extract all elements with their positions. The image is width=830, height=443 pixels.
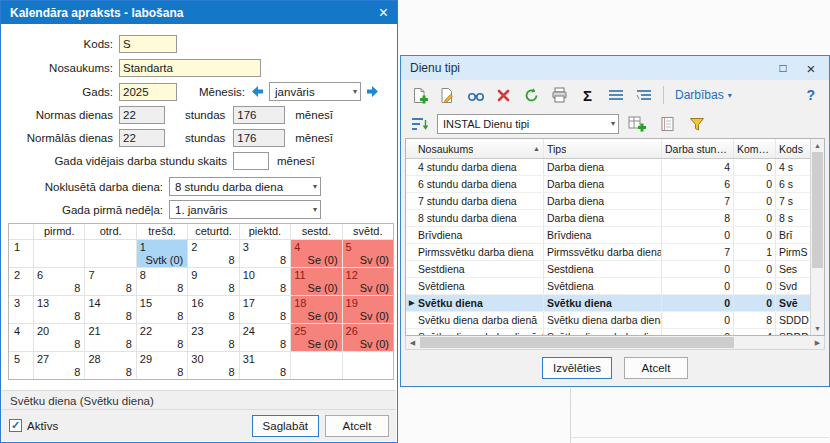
table-cell[interactable]: 0 [662, 261, 734, 277]
normas-dienas-input[interactable] [119, 106, 165, 124]
calendar-day-cell[interactable]: 1Svtk (0) [136, 239, 187, 267]
table-cell[interactable]: 0 [734, 295, 776, 311]
calendar-day-cell[interactable]: 11Se (0) [290, 267, 341, 295]
table-cell[interactable]: Sestdiena [544, 261, 662, 277]
table-cell[interactable]: 0 [734, 210, 776, 226]
table-cell[interactable]: Brīvdiena [406, 227, 544, 243]
table-cell[interactable]: Svd [776, 278, 810, 294]
next-month-icon[interactable] [366, 85, 380, 98]
table-cell[interactable]: 0 [734, 261, 776, 277]
menesis-select[interactable]: janvāris ▾ [269, 82, 361, 101]
scroll-down-icon[interactable]: ▼ [811, 322, 824, 335]
calendar-day-cell[interactable]: 168 [187, 295, 238, 323]
column-header[interactable]: Nosaukums▲ [406, 139, 544, 158]
calendar-day-cell[interactable]: 298 [136, 351, 187, 379]
table-cell[interactable]: 4 stundu darba diena [406, 159, 544, 175]
table-cell[interactable]: Pirmssvētku darba diena [406, 244, 544, 260]
print-icon[interactable] [547, 84, 572, 107]
table-cell[interactable]: 0 [662, 295, 734, 311]
calendar-day-cell[interactable]: 78 [84, 267, 135, 295]
table-cell[interactable]: 0 [734, 176, 776, 192]
table-cell[interactable]: Brīvdiena [544, 227, 662, 243]
scroll-up-icon[interactable]: ▲ [811, 139, 824, 152]
table-row[interactable]: SvētdienaSvētdiena00Svd [406, 278, 810, 295]
calendar-day-cell[interactable] [290, 351, 341, 379]
table-cell[interactable]: Svētku diena darba dienā [544, 329, 662, 336]
table-row[interactable]: BrīvdienaBrīvdiena00Brī [406, 227, 810, 244]
calendar-day-cell[interactable]: 238 [187, 323, 238, 351]
calendar-day-cell[interactable]: 138 [33, 295, 84, 323]
calendar-day-cell[interactable]: 318 [239, 351, 290, 379]
pirma-nedela-select[interactable]: 1. janvāris ▾ [169, 200, 321, 219]
table-cell[interactable]: 8 [662, 210, 734, 226]
table-cell[interactable]: 0 [662, 329, 734, 336]
kods-input[interactable] [119, 35, 177, 53]
calendar-day-cell[interactable]: 148 [84, 295, 135, 323]
help-button[interactable]: ? [798, 87, 823, 103]
table-cell[interactable]: ▶Svētku diena [406, 295, 544, 311]
table-cell[interactable]: SDDD [776, 312, 810, 328]
table-cell[interactable]: 4 [734, 329, 776, 336]
table-cell[interactable]: 0 [734, 193, 776, 209]
scroll-left-icon[interactable]: ◀ [406, 336, 419, 349]
table-row[interactable]: 6 stundu darba dienaDarba diena606 s [406, 176, 810, 193]
calendar-day-cell[interactable]: 88 [136, 267, 187, 295]
normas-stundas-input[interactable] [233, 106, 285, 124]
tree-view-icon[interactable] [631, 84, 656, 107]
table-cell[interactable]: Svētku diena darba dienā [406, 312, 544, 328]
right-title-bar[interactable]: Dienu tipi □ × [401, 56, 829, 80]
table-cell[interactable]: 7 [662, 193, 734, 209]
close-icon[interactable]: × [379, 5, 388, 21]
calendar-day-cell[interactable]: 158 [136, 295, 187, 323]
list-view-icon[interactable] [603, 84, 628, 107]
calendar-day-cell[interactable]: 26Sv (0) [342, 323, 393, 351]
table-cell[interactable]: 8 stundu darba diena [406, 210, 544, 226]
save-button[interactable]: Saglabāt [252, 415, 319, 437]
calendar-day-cell[interactable]: 68 [33, 267, 84, 295]
table-row[interactable]: Svētku diena darba dienāSvētku diena dar… [406, 312, 810, 329]
table-cell[interactable]: Svētku diena darba dienā 4 [406, 329, 544, 336]
table-cell[interactable]: Pirmssvētku darba diena [544, 244, 662, 260]
calendar-day-cell[interactable]: 208 [33, 323, 84, 351]
column-header[interactable]: Darba stundas [662, 139, 734, 158]
calendar-day-cell[interactable] [33, 239, 84, 267]
calendar-day-cell[interactable]: 108 [239, 267, 290, 295]
table-row[interactable]: 8 stundu darba dienaDarba diena808 s [406, 210, 810, 227]
calendar-day-cell[interactable]: 248 [239, 323, 290, 351]
table-row[interactable]: Svētku diena darba dienā 4Svētku diena d… [406, 329, 810, 336]
calendar-day-cell[interactable] [84, 239, 135, 267]
table-cell[interactable]: 7 [662, 244, 734, 260]
table-cell[interactable]: 7 s [776, 193, 810, 209]
table-cell[interactable]: Svētdiena [406, 278, 544, 294]
cancel-button[interactable]: Atcelt [325, 415, 389, 437]
table-cell[interactable]: Svē [776, 295, 810, 311]
table-row[interactable]: ▶Svētku dienaSvētku diena00Svē [406, 295, 810, 312]
scroll-right-icon[interactable]: ▶ [811, 336, 824, 349]
column-header[interactable]: Kods [776, 139, 810, 158]
table-cell[interactable]: 7 stundu darba diena [406, 193, 544, 209]
nokluseta-select[interactable]: 8 stundu darba diena ▾ [169, 177, 321, 196]
calendar-day-cell[interactable]: 19Sv (0) [342, 295, 393, 323]
dataset-select[interactable]: INSTAL Dienu tipi ▾ [437, 114, 619, 134]
new-record-icon[interactable] [407, 84, 432, 107]
column-header[interactable]: Tips [544, 139, 662, 158]
table-row[interactable]: SestdienaSestdiena00Ses [406, 261, 810, 278]
horizontal-scroll-track[interactable] [419, 336, 811, 349]
table-cell[interactable]: PirmS [776, 244, 810, 260]
calendar-day-cell[interactable]: 4Se (0) [290, 239, 341, 267]
table-row[interactable]: 4 stundu darba dienaDarba diena404 s [406, 159, 810, 176]
edit-record-icon[interactable] [435, 84, 460, 107]
table-cell[interactable]: Darba diena [544, 176, 662, 192]
table-cell[interactable]: Sestdiena [406, 261, 544, 277]
table-cell[interactable]: 0 [734, 278, 776, 294]
horizontal-scroll-thumb[interactable] [420, 337, 734, 348]
table-row[interactable]: Pirmssvētku darba dienaPirmssvētku darba… [406, 244, 810, 261]
table-cell[interactable]: Ses [776, 261, 810, 277]
gads-input[interactable] [119, 83, 177, 101]
vertical-scrollbar[interactable]: ▲ ▼ [810, 139, 824, 335]
aktivs-checkbox[interactable]: ✓ [9, 419, 22, 432]
table-cell[interactable]: SDDD [776, 329, 810, 336]
table-cell[interactable]: 6 s [776, 176, 810, 192]
delete-record-icon[interactable] [491, 84, 516, 107]
table-cell[interactable]: 0 [734, 227, 776, 243]
